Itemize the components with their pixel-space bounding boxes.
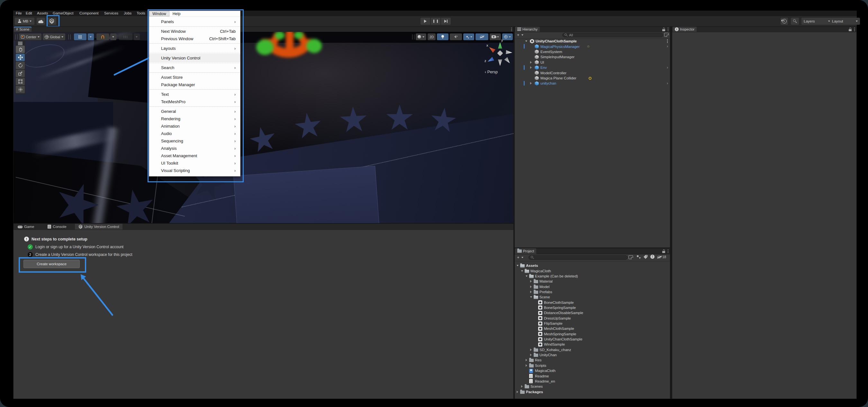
project-row[interactable]: Readme: [515, 373, 670, 378]
effects-toggle-button[interactable]: [463, 33, 474, 40]
grid-snap-button[interactable]: [74, 33, 87, 40]
project-row[interactable]: DistanceDisableSample: [515, 310, 670, 315]
more-icon[interactable]: [668, 27, 669, 32]
tree-expand-arrow[interactable]: [526, 364, 527, 367]
layout-dropdown[interactable]: Layout: [830, 18, 860, 25]
account-button[interactable]: MB: [15, 18, 34, 25]
hierarchy-row[interactable]: Magica Plane Collider: [515, 75, 670, 81]
menubar-item-services[interactable]: Services: [104, 10, 118, 16]
project-row[interactable]: Scenes: [515, 384, 670, 389]
project-row[interactable]: Example (Can be deleted): [515, 274, 670, 279]
rotate-tool-button[interactable]: [16, 62, 25, 69]
add-object-dropdown[interactable]: [522, 34, 523, 36]
project-row[interactable]: MeshClothSample: [515, 326, 670, 331]
scale-tool-button[interactable]: [16, 70, 25, 77]
hierarchy-row[interactable]: unitychan›: [515, 81, 670, 86]
tree-expand-arrow[interactable]: [530, 354, 532, 356]
audio-toggle-button[interactable]: [450, 33, 462, 40]
tree-collapse-arrow[interactable]: [521, 270, 523, 272]
tab-project[interactable]: Project: [515, 248, 536, 254]
snap-increment-dropdown[interactable]: [110, 33, 116, 40]
tree-expand-arrow[interactable]: [521, 385, 523, 388]
hierarchy-row[interactable]: UI: [515, 60, 670, 65]
project-row[interactable]: MagicaCloth: [515, 268, 670, 273]
pause-button[interactable]: [431, 18, 440, 25]
row-chevron-icon[interactable]: ›: [667, 81, 668, 86]
more-icon[interactable]: [854, 27, 855, 32]
tree-collapse-arrow[interactable]: [530, 296, 532, 298]
tree-expand-arrow[interactable]: [530, 348, 532, 351]
axis-y-cone[interactable]: [498, 42, 502, 49]
search-by-import-button[interactable]: [628, 255, 633, 259]
hierarchy-row[interactable]: Env›: [515, 65, 670, 70]
project-row[interactable]: Material: [515, 279, 670, 284]
project-row[interactable]: Readme_en: [515, 379, 670, 384]
undo-history-button[interactable]: [780, 18, 788, 25]
overlay-grip[interactable]: [16, 34, 18, 39]
persp-label[interactable]: ‹ Persp: [485, 70, 498, 74]
menubar-item-edit[interactable]: Edit: [26, 10, 32, 16]
hierarchy-row[interactable]: SimpleInputManager: [515, 54, 670, 60]
tree-expand-arrow[interactable]: [530, 61, 532, 64]
tree-expand-arrow[interactable]: [530, 280, 532, 283]
tree-collapse-arrow[interactable]: [526, 276, 528, 277]
project-row[interactable]: Packages: [515, 389, 670, 394]
project-row[interactable]: MeshSpringSample: [515, 332, 670, 337]
tree-expand-arrow[interactable]: [530, 285, 532, 288]
row-chevron-icon[interactable]: ›: [667, 44, 668, 49]
lock-icon[interactable]: [662, 249, 665, 253]
hidden-items-button[interactable]: 18: [657, 255, 666, 259]
scene-viewport[interactable]: Center Global 2D: [13, 32, 514, 223]
project-row[interactable]: UnityChanClothSample: [515, 337, 670, 342]
overlay-grip[interactable]: [412, 34, 414, 39]
project-row[interactable]: Scripts: [515, 363, 670, 368]
grid-snap-dropdown[interactable]: [88, 33, 94, 40]
hierarchy-row[interactable]: UnityChanClothSample: [515, 39, 670, 44]
project-row[interactable]: Res: [515, 357, 670, 363]
tree-expand-arrow[interactable]: [530, 291, 532, 293]
axis-gray-cone[interactable]: [506, 50, 513, 55]
tree-expand-arrow[interactable]: [530, 66, 532, 69]
warnings-filter-button[interactable]: !: [650, 255, 654, 259]
search-by-label-button[interactable]: [643, 255, 648, 259]
lighting-toggle-button[interactable]: [437, 33, 448, 40]
tree-collapse-arrow[interactable]: [525, 40, 527, 42]
more-icon[interactable]: [511, 27, 512, 32]
project-row[interactable]: Prefabs: [515, 289, 670, 294]
project-search-input[interactable]: [528, 255, 627, 260]
2d-toggle-button[interactable]: 2D: [428, 33, 436, 40]
shading-mode-button[interactable]: [416, 33, 426, 40]
project-row[interactable]: Scene: [515, 294, 670, 300]
axis-gray-cone[interactable]: [498, 60, 502, 66]
lock-icon[interactable]: [849, 27, 851, 31]
menubar-item-file[interactable]: File: [16, 10, 22, 16]
search-button[interactable]: [791, 18, 799, 25]
tab-scene[interactable]: # Scene: [14, 27, 31, 32]
tree-expand-arrow[interactable]: [526, 359, 527, 362]
visibility-toggle-button[interactable]: [475, 33, 488, 40]
axis-z-cone[interactable]: [487, 57, 494, 64]
transform-tool-button[interactable]: [16, 86, 25, 93]
axis-center-cube[interactable]: [497, 50, 503, 56]
axis-x-cone[interactable]: [488, 45, 496, 53]
tab-unity-version-control[interactable]: Unity Version Control: [75, 224, 123, 229]
tree-expand-arrow[interactable]: [517, 390, 518, 393]
project-row[interactable]: MagicaCloth: [515, 368, 670, 373]
pivot-mode-button[interactable]: Center: [19, 33, 41, 40]
menubar-item-jobs[interactable]: Jobs: [124, 10, 131, 16]
project-row[interactable]: BoneClothSample: [515, 300, 670, 305]
menubar-item-component[interactable]: Component: [80, 10, 98, 16]
tree-collapse-arrow[interactable]: [517, 265, 519, 266]
project-row[interactable]: FlipSample: [515, 321, 670, 326]
search-by-type-button[interactable]: [636, 255, 641, 259]
measure-button[interactable]: [119, 33, 132, 40]
add-asset-button[interactable]: +: [517, 255, 520, 260]
rect-tool-button[interactable]: [16, 78, 25, 85]
move-tool-button[interactable]: [16, 54, 25, 61]
more-icon[interactable]: [667, 39, 668, 43]
hand-tool-button[interactable]: [16, 45, 25, 53]
hierarchy-row[interactable]: EventSystem: [515, 49, 670, 54]
measure-dropdown[interactable]: [134, 33, 140, 40]
more-icon[interactable]: [668, 249, 669, 253]
tab-console[interactable]: Console: [44, 224, 69, 229]
